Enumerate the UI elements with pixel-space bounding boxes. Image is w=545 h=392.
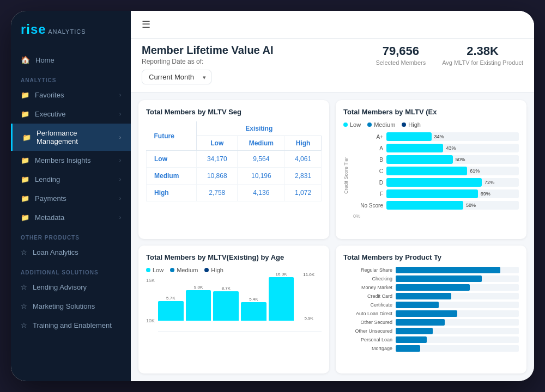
stat-value: 2.38K bbox=[442, 44, 523, 58]
page-title: Member Lifetime Value AI bbox=[142, 44, 274, 57]
sidebar-item-payments[interactable]: 📁 Payments › bbox=[11, 189, 131, 208]
bar-value: 72% bbox=[483, 180, 494, 185]
low-dot bbox=[343, 122, 348, 127]
additional-solutions-section-label: ADDITIONAL SOLUTIONS bbox=[11, 262, 131, 278]
sidebar-item-label: Payments bbox=[35, 194, 114, 203]
folder-icon: 📁 bbox=[21, 175, 29, 183]
sidebar-item-training[interactable]: ☆ Training and Enablement bbox=[11, 316, 131, 335]
bar-fill: 61% bbox=[386, 167, 467, 175]
legend-low-label: Low bbox=[153, 267, 164, 273]
product-bar-fill bbox=[396, 328, 433, 334]
sidebar-item-label: Lending Advisory bbox=[33, 283, 121, 291]
topbar: ☰ bbox=[131, 11, 534, 39]
legend-medium: Medium bbox=[170, 267, 198, 273]
sidebar-item-metadata[interactable]: 📁 Metadata › bbox=[11, 208, 131, 227]
sidebar-item-lending-advisory[interactable]: ☆ Lending Advisory bbox=[11, 278, 131, 297]
bar-label: C bbox=[353, 168, 383, 174]
legend-high-label: High bbox=[408, 121, 421, 128]
low-dot bbox=[146, 268, 150, 272]
age-group-2: 9.0K bbox=[186, 285, 211, 323]
cell-med-medium: 10,196 bbox=[238, 168, 285, 185]
product-row-credit-card: Credit Card bbox=[343, 293, 519, 299]
age-bar-low bbox=[186, 290, 211, 321]
legend-medium-label: Medium bbox=[374, 121, 395, 128]
bar-value: 50% bbox=[454, 157, 465, 162]
sidebar-item-marketing-solutions[interactable]: ☆ Marketing Solutions bbox=[11, 297, 131, 316]
credit-chart-card: Total Members by MLTV (Ex Low Medium Hig… bbox=[336, 100, 526, 239]
age-chart-body: 15K 10K 5.7K 9.0K bbox=[146, 278, 322, 332]
age-group-1: 5.7K bbox=[158, 296, 184, 323]
product-bar-fill bbox=[396, 293, 451, 299]
star-icon: ☆ bbox=[21, 321, 27, 329]
age-chart-legend: Low Medium High bbox=[146, 267, 322, 273]
age-group-3: 8.7K bbox=[213, 286, 239, 323]
product-row-checking: Checking bbox=[343, 275, 519, 282]
product-bar-track bbox=[396, 319, 519, 326]
age-chart-title: Total Members by MLTV(Existing) by Age bbox=[146, 253, 322, 261]
sidebar-item-favorites[interactable]: 📁 Favorites › bbox=[11, 85, 131, 105]
product-bar-track bbox=[396, 275, 519, 282]
cell-high-high: 1,072 bbox=[285, 185, 322, 201]
age-bar-low bbox=[241, 302, 267, 321]
product-label: Credit Card bbox=[343, 293, 392, 299]
bar-fill: 43% bbox=[386, 144, 443, 152]
legend-low: Low bbox=[343, 121, 361, 128]
sidebar-item-members-insights[interactable]: 📁 Members Insights › bbox=[11, 151, 131, 170]
cell-low-medium: 9,564 bbox=[238, 151, 285, 168]
table-row: High 2,758 4,136 1,072 bbox=[147, 185, 322, 201]
age-bar-low bbox=[269, 277, 294, 321]
age-bar-value: 16.0K bbox=[276, 272, 287, 277]
bar-fill: 50% bbox=[386, 155, 453, 164]
product-bar-fill bbox=[396, 267, 500, 273]
credit-chart-body: Credit Score Tier A+ 34% A bbox=[343, 132, 519, 219]
age-bar-value: 5.4K bbox=[249, 297, 258, 302]
sidebar-item-lending[interactable]: 📁 Lending › bbox=[11, 170, 131, 189]
logo: rise ANALYTICS bbox=[11, 11, 131, 50]
sidebar-item-home[interactable]: 🏠 Home bbox=[11, 50, 131, 70]
table-row: Medium 10,868 10,196 2,831 bbox=[147, 168, 322, 185]
chevron-right-icon: › bbox=[119, 195, 121, 201]
chevron-right-icon: › bbox=[119, 134, 121, 140]
age-group-4: 5.4K bbox=[241, 297, 267, 323]
product-label: Certificate bbox=[343, 302, 392, 308]
product-row-regular-share: Regular Share bbox=[343, 267, 519, 273]
product-bar-fill bbox=[396, 336, 427, 343]
date-filter-wrapper[interactable]: Current Month Last Month Last Quarter La… bbox=[142, 70, 211, 84]
cell-low-low: 34,170 bbox=[197, 151, 238, 168]
product-row-auto-loan: Auto Loan Direct bbox=[343, 310, 519, 317]
mltv-table-title: Total Members by MLTV Seg bbox=[146, 108, 322, 116]
age-bar-group bbox=[308, 278, 309, 315]
menu-icon[interactable]: ☰ bbox=[142, 19, 150, 30]
bar-value: 69% bbox=[479, 191, 491, 197]
sidebar-item-loan-analytics[interactable]: ☆ Loan Analytics bbox=[11, 243, 131, 262]
product-bar-fill bbox=[396, 345, 420, 352]
sidebar-item-performance[interactable]: 📁 Performance Management › bbox=[11, 124, 131, 151]
product-bar-track bbox=[396, 284, 519, 291]
star-icon: ☆ bbox=[21, 248, 27, 256]
product-bar-fill bbox=[396, 319, 445, 326]
bar-label: A+ bbox=[353, 134, 383, 140]
high-dot bbox=[204, 268, 209, 272]
sidebar-item-executive[interactable]: 📁 Executive › bbox=[11, 105, 131, 124]
credit-score-bar-chart: A+ 34% A 43% bbox=[353, 132, 519, 219]
bar-label: A bbox=[353, 145, 383, 151]
medium-dot bbox=[170, 268, 174, 272]
other-products-section-label: OTHER PRODUCTS bbox=[11, 227, 131, 243]
product-bar-track bbox=[396, 267, 519, 273]
cell-high-low: 2,758 bbox=[197, 185, 238, 201]
product-label: Mortgage bbox=[343, 346, 392, 351]
chevron-right-icon: › bbox=[119, 92, 121, 98]
product-bar-track bbox=[396, 336, 519, 343]
row-label-high: High bbox=[147, 185, 197, 201]
dashboard-body: Total Members by MLTV Seg Future Exisiti… bbox=[131, 93, 534, 381]
credit-chart-legend: Low Medium High bbox=[343, 121, 519, 128]
product-row-other-secured: Other Secured bbox=[343, 319, 519, 326]
chevron-right-icon: › bbox=[119, 111, 121, 117]
date-select[interactable]: Current Month Last Month Last Quarter La… bbox=[142, 70, 211, 84]
product-chart-card: Total Members by Product Ty Regular Shar… bbox=[336, 246, 526, 374]
age-bar-value: 5.7K bbox=[166, 296, 175, 301]
age-bar-low bbox=[213, 291, 239, 321]
sidebar-item-label: Members Insights bbox=[35, 156, 114, 164]
bar-track: 72% bbox=[386, 178, 519, 187]
legend-high-label: High bbox=[211, 267, 223, 273]
